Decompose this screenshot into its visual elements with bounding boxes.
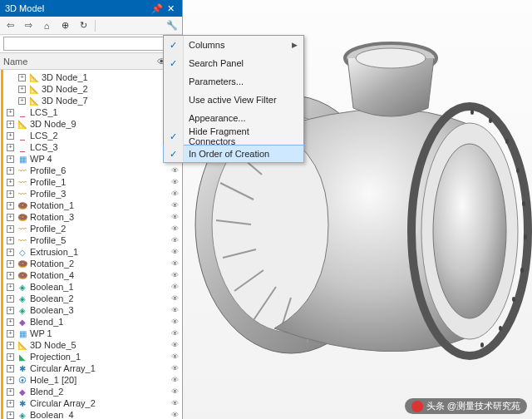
visibility-icon[interactable]: 👁: [169, 364, 180, 372]
visibility-icon[interactable]: 👁: [169, 213, 180, 221]
tree-row[interactable]: +✱Circular Array_2👁: [3, 397, 182, 409]
tree-row[interactable]: +⦿Hole_1 [20]👁: [3, 374, 182, 386]
menu-item[interactable]: ✓Search Panel: [164, 54, 303, 72]
expand-icon[interactable]: +: [7, 353, 14, 361]
expand-icon[interactable]: +: [7, 179, 14, 186]
tree-row[interactable]: +◇Extrusion_1👁: [3, 246, 182, 258]
tree-row[interactable]: +🍩Rotation_1👁: [3, 200, 182, 211]
visibility-icon[interactable]: 👁: [169, 178, 180, 186]
expand-icon[interactable]: +: [7, 295, 14, 303]
visibility-icon[interactable]: 👁: [169, 329, 180, 338]
tree-row[interactable]: +〰Profile_2👁: [3, 223, 182, 234]
expand-icon[interactable]: +: [7, 132, 14, 140]
expand-icon[interactable]: +: [7, 388, 14, 396]
tree-row[interactable]: +◆Blend_2👁: [3, 386, 182, 397]
forward-icon[interactable]: ⇨: [22, 19, 35, 32]
visibility-icon[interactable]: 👁: [169, 283, 180, 291]
tree-row[interactable]: +◈Boolean_2👁: [3, 293, 182, 304]
tree-row[interactable]: +📐3D Node_1👁: [3, 71, 182, 83]
wrench-icon[interactable]: 🔧: [165, 19, 179, 32]
expand-icon[interactable]: +: [7, 155, 14, 163]
tree-row[interactable]: +✱Circular Array_1👁: [3, 362, 182, 374]
expand-icon[interactable]: +: [7, 121, 14, 128]
expand-icon[interactable]: +: [7, 214, 14, 221]
expand-icon[interactable]: +: [7, 202, 14, 210]
expand-icon[interactable]: +: [7, 272, 14, 279]
tree-row[interactable]: +📐3D Node_5👁: [3, 339, 182, 351]
home-icon[interactable]: ⌂: [40, 19, 53, 32]
tree-row[interactable]: +◈Boolean_3👁: [3, 304, 182, 316]
visibility-icon[interactable]: 👁: [169, 259, 180, 268]
menu-item[interactable]: Use active View Filter: [164, 91, 303, 109]
tree-row[interactable]: +〰Profile_1👁: [3, 176, 182, 188]
visibility-icon[interactable]: 👁: [169, 224, 180, 233]
visibility-icon[interactable]: 👁: [169, 318, 180, 326]
search-input[interactable]: [3, 37, 179, 51]
tree-row[interactable]: +◣Projection_1👁: [3, 351, 182, 362]
visibility-icon[interactable]: 👁: [169, 294, 180, 303]
tree-row[interactable]: +🍩Rotation_4👁: [3, 269, 182, 281]
visibility-icon[interactable]: 👁: [169, 236, 180, 244]
expand-icon[interactable]: +: [7, 167, 14, 175]
visibility-icon[interactable]: 👁: [169, 387, 180, 396]
expand-icon[interactable]: +: [18, 74, 26, 81]
visibility-icon[interactable]: 👁: [169, 306, 180, 314]
tree-row[interactable]: +〰Profile_3👁: [3, 188, 182, 200]
visibility-icon[interactable]: 👁: [169, 248, 180, 256]
visibility-icon[interactable]: 👁: [169, 201, 180, 210]
visibility-icon[interactable]: 👁: [169, 190, 180, 198]
expand-icon[interactable]: +: [7, 237, 14, 244]
tree-row[interactable]: +🍩Rotation_2👁: [3, 258, 182, 269]
visibility-icon[interactable]: 👁: [169, 376, 180, 384]
tree-row[interactable]: +🍩Rotation_3👁: [3, 211, 182, 223]
expand-icon[interactable]: +: [7, 412, 14, 419]
refresh-icon[interactable]: ↻: [76, 19, 90, 32]
expand-icon[interactable]: +: [18, 86, 26, 93]
menu-item[interactable]: Parameters...: [164, 72, 303, 91]
expand-icon[interactable]: +: [18, 97, 26, 105]
context-menu[interactable]: ✓Columns▶✓Search PanelParameters...Use a…: [163, 35, 304, 163]
visibility-icon[interactable]: 👁: [169, 352, 180, 361]
visibility-icon[interactable]: 👁: [169, 341, 180, 349]
visibility-icon[interactable]: 👁: [169, 399, 180, 407]
back-icon[interactable]: ⇦: [3, 19, 17, 32]
tree-row[interactable]: +📐3D Node_2👁: [3, 83, 182, 95]
expand-icon[interactable]: +: [7, 377, 14, 384]
model-tree[interactable]: +📐3D Node_1👁+📐3D Node_2👁+📐3D Node_7👁+⎯LC…: [1, 70, 182, 419]
tree-row[interactable]: +◈Boolean_4👁: [3, 409, 182, 419]
close-icon[interactable]: ✕: [164, 3, 177, 14]
tree-row[interactable]: +⎯LCS_2👁: [3, 130, 182, 141]
expand-icon[interactable]: +: [7, 365, 14, 372]
expand-icon[interactable]: +: [7, 190, 14, 198]
tree-row[interactable]: +▦WP 4👁: [3, 153, 182, 165]
expand-icon[interactable]: +: [7, 400, 14, 407]
expand-icon[interactable]: +: [7, 307, 14, 314]
expand-icon[interactable]: +: [7, 342, 14, 349]
tree-row[interactable]: +◈Boolean_1👁: [3, 281, 182, 293]
expand-icon[interactable]: +: [7, 109, 14, 116]
visibility-icon[interactable]: 👁: [169, 166, 180, 175]
expand-icon[interactable]: +: [7, 249, 14, 256]
tree-row[interactable]: +〰Profile_6👁: [3, 165, 182, 176]
expand-icon[interactable]: +: [7, 330, 14, 338]
tree-row[interactable]: +📐3D Node_9👁: [3, 118, 182, 130]
expand-icon[interactable]: +: [7, 260, 14, 268]
expand-icon[interactable]: +: [7, 318, 14, 326]
visibility-icon[interactable]: 👁: [169, 411, 180, 419]
expand-icon[interactable]: +: [7, 144, 14, 151]
expand-icon[interactable]: +: [7, 225, 14, 233]
target-icon[interactable]: ⊕: [58, 19, 71, 32]
menu-item[interactable]: ✓In Order of Creation: [163, 145, 304, 163]
menu-item[interactable]: ✓Columns▶: [164, 36, 303, 54]
tree-row[interactable]: +▦WP 1👁: [3, 328, 182, 339]
expand-icon[interactable]: +: [7, 283, 14, 291]
visibility-icon[interactable]: 👁: [169, 271, 180, 279]
tree-row[interactable]: +⎯LCS_3👁: [3, 141, 182, 153]
menu-item[interactable]: ✓Hide Fragment Connectors: [164, 127, 303, 145]
tree-row[interactable]: +⎯LCS_1👁: [3, 106, 182, 118]
tree-row[interactable]: +◆Blend_1👁: [3, 316, 182, 328]
pin-icon[interactable]: 📌: [150, 3, 164, 14]
tree-row[interactable]: +〰Profile_5👁: [3, 234, 182, 246]
menu-item[interactable]: Appearance...: [164, 109, 303, 127]
tree-row[interactable]: +📐3D Node_7👁: [3, 95, 182, 106]
